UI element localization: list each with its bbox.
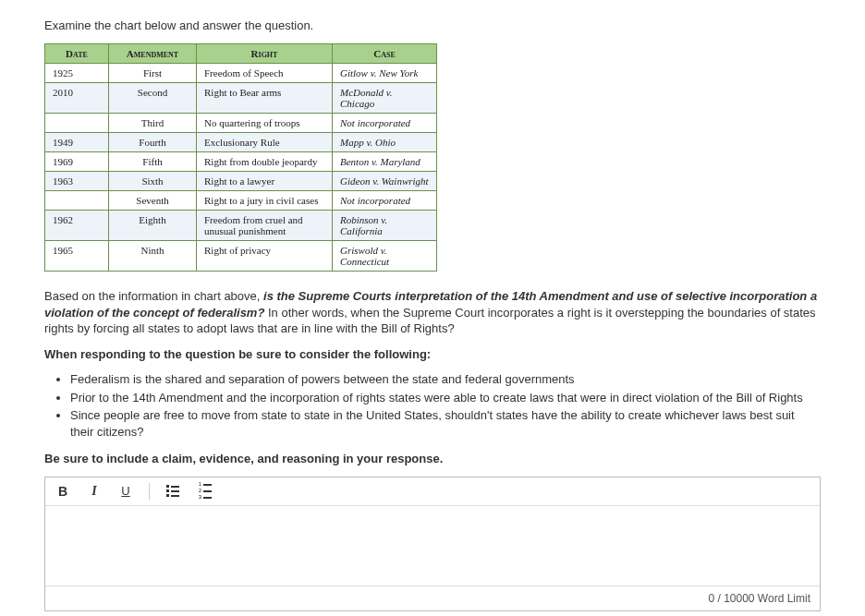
intro-text: Examine the chart below and answer the q…	[44, 18, 821, 32]
incorporation-chart: Date Amendment Right Case 1925FirstFreed…	[44, 43, 437, 272]
table-row: 1925FirstFreedom of SpeechGitlow v. New …	[45, 64, 437, 83]
table-row: 1969FifthRight from double jeopardyBento…	[45, 152, 437, 172]
cell-case: Not incorporated	[333, 191, 437, 211]
italic-button[interactable]: I	[86, 483, 103, 500]
response-editor: B I U 1 2 3 0 / 10000 Word Limit	[44, 477, 821, 611]
cell-case: Benton v. Maryland	[333, 152, 437, 172]
list-item: Federalism is the shared and separation …	[70, 371, 821, 388]
numbered-list-icon: 1 2 3	[197, 482, 212, 500]
table-row: 1963SixthRight to a lawyerGideon v. Wain…	[45, 172, 437, 191]
cell-date: 2010	[45, 83, 109, 114]
table-row: 2010SecondRight to Bear armsMcDonald v. …	[45, 83, 437, 114]
cell-right: Exclusionary Rule	[197, 133, 333, 152]
cell-right: Right from double jeopardy	[197, 152, 333, 172]
response-textarea[interactable]	[45, 506, 820, 586]
cell-date: 1963	[45, 172, 109, 191]
cell-date: 1949	[45, 133, 109, 152]
cell-amendment: Second	[109, 83, 197, 114]
table-row: 1949FourthExclusionary RuleMapp v. Ohio	[45, 133, 437, 152]
unordered-list-button[interactable]	[164, 483, 181, 500]
bold-button[interactable]: B	[55, 483, 71, 500]
cell-right: Right of privacy	[197, 241, 333, 272]
table-row: 1965NinthRight of privacyGriswold v. Con…	[45, 241, 437, 272]
table-row: 1962EighthFreedom from cruel and unusual…	[45, 211, 437, 241]
cell-case: Gitlow v. New York	[333, 64, 437, 83]
cell-amendment: Eighth	[109, 211, 197, 241]
cell-date: 1969	[45, 152, 109, 172]
cell-right: Freedom of Speech	[197, 64, 333, 83]
col-case: Case	[333, 44, 437, 64]
cell-right: Freedom from cruel and unusual punishmen…	[197, 211, 333, 241]
cell-amendment: Seventh	[109, 191, 197, 211]
cell-date: 1965	[45, 241, 109, 272]
col-date: Date	[45, 44, 109, 64]
toolbar-divider	[149, 483, 150, 500]
list-item: Prior to the 14th Amendment and the inco…	[70, 390, 821, 406]
cell-right: Right to Bear arms	[197, 83, 333, 114]
bullet-list-icon	[166, 485, 179, 497]
cell-date	[45, 114, 109, 133]
cell-date: 1925	[45, 64, 109, 83]
cell-amendment: Ninth	[109, 241, 197, 272]
cell-case: Griswold v. Connecticut	[333, 241, 437, 272]
consider-list: Federalism is the shared and separation …	[44, 371, 821, 440]
underline-button[interactable]: U	[117, 483, 134, 500]
table-row: SeventhRight to a jury in civil casesNot…	[45, 191, 437, 211]
cell-case: Mapp v. Ohio	[333, 133, 437, 152]
cell-right: Right to a jury in civil cases	[197, 191, 333, 211]
cell-date: 1962	[45, 211, 109, 241]
list-item: Since people are free to move from state…	[70, 407, 821, 440]
consider-heading: When responding to the question be sure …	[44, 346, 821, 363]
cell-amendment: First	[109, 64, 197, 83]
cell-case: Gideon v. Wainwright	[333, 172, 437, 191]
col-right: Right	[197, 44, 333, 64]
editor-toolbar: B I U 1 2 3	[45, 477, 820, 506]
cell-case: McDonald v. Chicago	[333, 83, 437, 114]
cell-amendment: Sixth	[109, 172, 197, 191]
prompt-leadin: Based on the information in chart above,	[44, 289, 263, 303]
cell-date	[45, 191, 109, 211]
cell-right: Right to a lawyer	[197, 172, 333, 191]
cell-amendment: Third	[109, 114, 197, 133]
cell-right: No quartering of troops	[197, 114, 333, 133]
closing-instruction: Be sure to include a claim, evidence, an…	[44, 451, 821, 467]
cell-amendment: Fifth	[109, 152, 197, 172]
word-count: 0 / 10000 Word Limit	[45, 586, 820, 610]
cell-amendment: Fourth	[109, 133, 197, 152]
cell-case: Not incorporated	[333, 114, 437, 133]
table-row: ThirdNo quartering of troopsNot incorpor…	[45, 114, 437, 133]
cell-case: Robinson v. California	[333, 211, 437, 241]
question-prompt: Based on the information in chart above,…	[44, 288, 821, 467]
ordered-list-button[interactable]: 1 2 3	[196, 483, 213, 500]
col-amendment: Amendment	[109, 44, 197, 64]
